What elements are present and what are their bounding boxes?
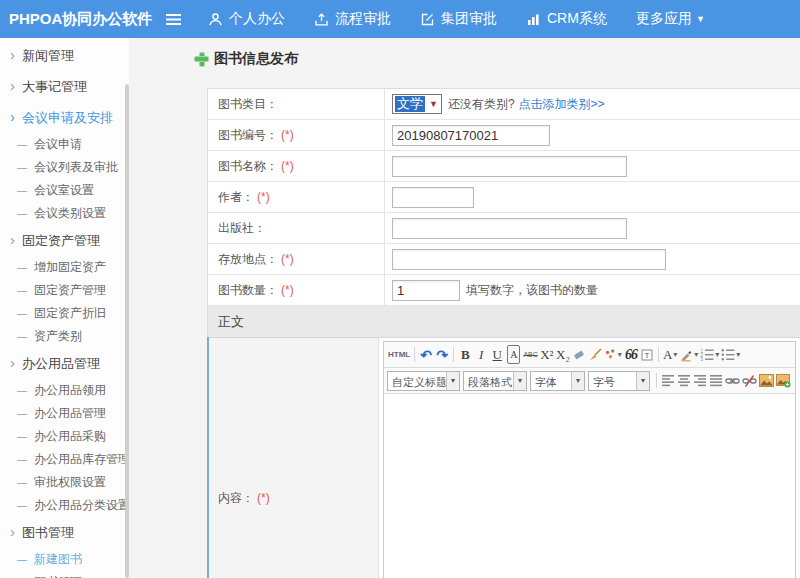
sidebar-item[interactable]: —办公用品分类设置 — [0, 494, 129, 517]
font-size-select[interactable]: 字号▾ — [588, 371, 650, 391]
html-source-button[interactable]: HTML — [387, 345, 411, 364]
eraser-icon — [572, 348, 586, 362]
align-right-button[interactable] — [692, 371, 708, 390]
ordered-list-button[interactable]: 123▾ — [699, 345, 720, 364]
nav-item-group-approval[interactable]: 集团审批 — [420, 10, 497, 28]
sidebar-item[interactable]: —办公用品领用 — [0, 379, 129, 402]
page-title-text: 图书信息发布 — [214, 50, 298, 68]
sidebar-item[interactable]: —会议列表及审批 — [0, 156, 129, 179]
subscript-button[interactable]: X₂ — [555, 345, 571, 364]
editor-toolbar-row1: HTML↶↷BIUAABCX²X₂▾66TA▾▾123▾▾ — [384, 342, 795, 368]
add-category-link[interactable]: 点击添加类别>> — [519, 96, 605, 113]
sidebar-item[interactable]: —资产类别 — [0, 325, 129, 348]
nav-item-personal-office[interactable]: 个人办公 — [208, 10, 285, 28]
field-label: 图书类目： — [218, 96, 278, 113]
paste-text-button[interactable]: T — [639, 345, 655, 364]
format-brush-button[interactable] — [587, 345, 603, 364]
unlink-button[interactable] — [741, 371, 758, 390]
sidebar-item[interactable]: ›图书管理 — [0, 517, 129, 548]
dash-icon: — — [17, 331, 27, 342]
nav-item-more-apps[interactable]: 更多应用 ▼ — [636, 10, 705, 28]
caret-down-icon: ▾ — [446, 372, 459, 390]
page-title: 图书信息发布 — [195, 50, 298, 68]
sidebar-item[interactable]: —固定资产管理 — [0, 279, 129, 302]
dash-icon: — — [17, 162, 27, 173]
nav-item-process-approval[interactable]: 流程审批 — [314, 10, 391, 28]
chevron-right-icon: › — [10, 78, 15, 93]
top-navigation-bar: PHPOA协同办公软件 个人办公 流程审批 — [0, 0, 800, 38]
sidebar-item[interactable]: —会议申请 — [0, 133, 129, 156]
nav-label: 更多应用 — [636, 10, 692, 28]
toolbar-separator — [453, 347, 454, 362]
book-name-value-cell — [385, 151, 800, 181]
font-family-select[interactable]: 字体▾ — [530, 371, 585, 391]
sidebar-item-label: 会议类别设置 — [34, 205, 106, 222]
menu-toggle-button[interactable] — [163, 14, 183, 25]
align-left-button[interactable] — [660, 371, 676, 390]
align-center-button[interactable] — [676, 371, 692, 390]
storage-location-input[interactable] — [392, 249, 666, 270]
font-color-button[interactable]: A▾ — [662, 345, 678, 364]
book-category-select[interactable]: 文学▼ — [392, 94, 442, 114]
link-button[interactable] — [724, 371, 741, 390]
brush-icon — [588, 348, 602, 362]
paint-format-button[interactable]: ▾ — [603, 345, 623, 364]
button-glyph: A — [510, 350, 517, 360]
blockquote-button[interactable]: 66 — [623, 345, 639, 364]
sidebar-item[interactable]: —审批权限设置 — [0, 471, 129, 494]
sidebar-item-label: 新闻管理 — [22, 47, 74, 65]
sidebar-item[interactable]: —办公用品采购 — [0, 425, 129, 448]
sidebar-item[interactable]: ›大事记管理 — [0, 71, 129, 102]
required-star: (*) — [281, 159, 294, 173]
justify-icon — [709, 374, 723, 387]
chevron-right-icon: › — [10, 232, 15, 247]
sidebar-item[interactable]: ›固定资产管理 — [0, 225, 129, 256]
required-star: (*) — [281, 252, 294, 266]
font-border-button[interactable]: A — [507, 345, 520, 364]
insert-image-button[interactable] — [758, 371, 775, 390]
justify-button[interactable] — [708, 371, 724, 390]
field-label: 内容： — [218, 490, 254, 507]
sidebar-item[interactable]: ›会议申请及安排 — [0, 102, 129, 133]
sidebar: ›新闻管理›大事记管理›会议申请及安排—会议申请—会议列表及审批—会议室设置—会… — [0, 38, 129, 578]
publisher-input[interactable] — [392, 218, 627, 239]
sidebar-item[interactable]: —会议类别设置 — [0, 202, 129, 225]
sidebar-item[interactable]: —办公用品管理 — [0, 402, 129, 425]
underline-button[interactable]: U — [489, 345, 505, 364]
editor-content-area[interactable] — [384, 394, 795, 578]
unordered-list-button[interactable]: ▾ — [720, 345, 741, 364]
superscript-button[interactable]: X² — [539, 345, 555, 364]
sidebar-item[interactable]: —办公用品库存管理 — [0, 448, 129, 471]
sidebar-item[interactable]: —图书管理 — [0, 571, 129, 578]
sidebar-item-label: 固定资产折旧 — [34, 305, 106, 322]
toolbar-separator — [656, 373, 657, 388]
author-input[interactable] — [392, 187, 474, 208]
caret-down-icon: ▾ — [694, 350, 698, 359]
caret-down-icon: ▾ — [618, 350, 622, 359]
strikethrough-button[interactable]: ABC — [522, 345, 538, 364]
sidebar-item[interactable]: —增加固定资产 — [0, 256, 129, 279]
undo-button[interactable]: ↶ — [418, 345, 434, 364]
sidebar-item-label: 审批权限设置 — [34, 474, 106, 491]
custom-title-select[interactable]: 自定义标题▾ — [387, 371, 460, 391]
dash-icon: — — [17, 554, 27, 565]
sidebar-item[interactable]: ›办公用品管理 — [0, 348, 129, 379]
highlight-color-button[interactable]: ▾ — [678, 345, 699, 364]
italic-button[interactable]: I — [473, 345, 489, 364]
sidebar-item[interactable]: ›新闻管理 — [0, 40, 129, 71]
nav-item-crm-system[interactable]: CRM系统 — [526, 10, 607, 28]
book-quantity-input[interactable] — [392, 280, 460, 301]
book-number-input[interactable] — [392, 125, 550, 146]
upload-image-button[interactable] — [775, 371, 792, 390]
eraser-button[interactable] — [571, 345, 587, 364]
button-glyph: B — [461, 347, 470, 363]
button-glyph: X₂ — [556, 347, 570, 363]
book-name-input[interactable] — [392, 156, 627, 177]
bold-button[interactable]: B — [457, 345, 473, 364]
sidebar-item[interactable]: —固定资产折旧 — [0, 302, 129, 325]
sidebar-item[interactable]: —新建图书 — [0, 548, 129, 571]
redo-button[interactable]: ↷ — [434, 345, 450, 364]
sidebar-item[interactable]: —会议室设置 — [0, 179, 129, 202]
paragraph-format-select[interactable]: 段落格式▾ — [463, 371, 527, 391]
button-glyph: I — [479, 347, 483, 363]
